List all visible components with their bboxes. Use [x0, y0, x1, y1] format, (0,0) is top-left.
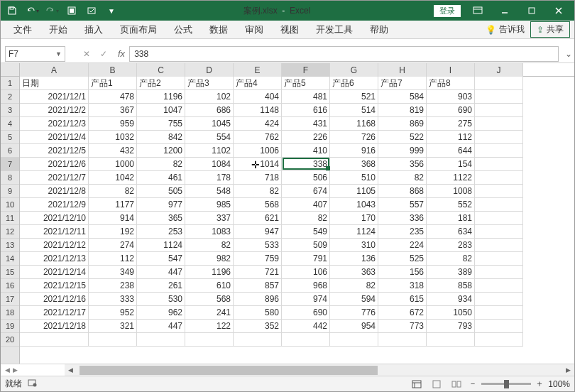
cell[interactable]: 82: [137, 158, 185, 171]
cell[interactable]: 1008: [427, 185, 475, 198]
cell[interactable]: 868: [378, 185, 427, 198]
row-header[interactable]: 17: [1, 293, 19, 306]
cell[interactable]: 82: [185, 239, 234, 252]
cell[interactable]: 2021/12/7: [20, 171, 89, 185]
cell[interactable]: [475, 104, 523, 117]
row-header[interactable]: 14: [1, 252, 19, 266]
qat-dropdown-icon[interactable]: ▼: [103, 3, 120, 18]
cell[interactable]: 102: [185, 90, 234, 104]
col-header[interactable]: A: [20, 63, 89, 77]
cell[interactable]: [475, 306, 523, 320]
cell[interactable]: 352: [234, 320, 282, 333]
cells-area[interactable]: ✛ 日期产品1产品2产品3产品4产品5产品6产品7产品82021/12/1478…: [20, 77, 574, 364]
cell[interactable]: 842: [137, 131, 185, 144]
cell[interactable]: 363: [330, 266, 378, 279]
cell[interactable]: 338: [282, 158, 330, 171]
cell[interactable]: 170: [330, 212, 378, 225]
ribbon-tab-5[interactable]: 数据: [201, 21, 236, 39]
cell[interactable]: 82: [282, 212, 330, 225]
cell[interactable]: [475, 77, 523, 90]
cell[interactable]: 238: [89, 279, 137, 293]
cell[interactable]: 549: [282, 225, 330, 239]
cell[interactable]: 112: [89, 252, 137, 266]
cell[interactable]: 产品5: [282, 77, 330, 90]
ribbon-tab-7[interactable]: 视图: [272, 21, 307, 39]
cell[interactable]: 959: [89, 117, 137, 131]
row-header[interactable]: 7: [1, 158, 19, 171]
cell[interactable]: 404: [234, 90, 282, 104]
cell[interactable]: [475, 158, 523, 171]
col-header[interactable]: B: [89, 63, 137, 77]
col-header[interactable]: H: [378, 63, 427, 77]
row-header[interactable]: 16: [1, 279, 19, 293]
cell[interactable]: 1124: [330, 225, 378, 239]
cell[interactable]: 349: [89, 266, 137, 279]
select-all-corner[interactable]: [1, 63, 19, 77]
cell[interactable]: 1148: [234, 104, 282, 117]
cell[interactable]: [475, 266, 523, 279]
cell[interactable]: 产品7: [378, 77, 427, 90]
cell[interactable]: 686: [185, 104, 234, 117]
cell[interactable]: 2021/12/2: [20, 104, 89, 117]
row-header[interactable]: 9: [1, 185, 19, 198]
ribbon-tab-3[interactable]: 页面布局: [111, 21, 165, 39]
cell[interactable]: 1102: [185, 144, 234, 158]
cell[interactable]: [475, 117, 523, 131]
cell[interactable]: 261: [137, 279, 185, 293]
cell[interactable]: 2021/12/18: [20, 320, 89, 333]
cell[interactable]: 产品2: [137, 77, 185, 90]
cell[interactable]: [475, 131, 523, 144]
scroll-left-icon[interactable]: ◀: [65, 364, 77, 376]
cell[interactable]: 82: [427, 252, 475, 266]
cell[interactable]: 2021/12/11: [20, 225, 89, 239]
cell[interactable]: 461: [137, 171, 185, 185]
enter-icon[interactable]: ✓: [97, 47, 111, 61]
cell[interactable]: [378, 333, 427, 347]
ribbon-tab-1[interactable]: 开始: [40, 21, 76, 39]
row-header[interactable]: 20: [1, 333, 19, 347]
cancel-icon[interactable]: ✕: [80, 47, 94, 61]
cell[interactable]: 82: [378, 171, 427, 185]
row-header[interactable]: 1: [1, 77, 19, 90]
cell[interactable]: 521: [330, 90, 378, 104]
cell[interactable]: 530: [137, 293, 185, 306]
cell[interactable]: 857: [234, 279, 282, 293]
cell[interactable]: 755: [137, 117, 185, 131]
cell[interactable]: 514: [330, 104, 378, 117]
row-header[interactable]: 8: [1, 171, 19, 185]
cell[interactable]: 954: [330, 320, 378, 333]
qat-custom1-icon[interactable]: [63, 3, 80, 18]
zoom-in-icon[interactable]: ＋: [535, 378, 544, 390]
row-header[interactable]: 12: [1, 225, 19, 239]
cell[interactable]: 776: [330, 306, 378, 320]
cell[interactable]: [475, 225, 523, 239]
cell[interactable]: 82: [234, 185, 282, 198]
cell[interactable]: 1042: [89, 171, 137, 185]
cell[interactable]: 2021/12/1: [20, 90, 89, 104]
cell[interactable]: [475, 239, 523, 252]
login-button[interactable]: 登录: [434, 5, 461, 17]
cell[interactable]: 568: [234, 198, 282, 212]
cell[interactable]: 773: [378, 320, 427, 333]
cell[interactable]: [20, 333, 89, 347]
cell[interactable]: 554: [185, 131, 234, 144]
col-header[interactable]: J: [475, 63, 523, 77]
cell[interactable]: 2021/12/14: [20, 266, 89, 279]
formula-input[interactable]: 338: [129, 46, 559, 62]
cell[interactable]: 634: [427, 225, 475, 239]
cell[interactable]: [475, 279, 523, 293]
cell[interactable]: 985: [185, 198, 234, 212]
cell[interactable]: [475, 171, 523, 185]
cell[interactable]: 1196: [137, 90, 185, 104]
cell[interactable]: [475, 320, 523, 333]
cell[interactable]: 253: [137, 225, 185, 239]
cell[interactable]: 333: [89, 293, 137, 306]
cell[interactable]: 136: [330, 252, 378, 266]
save-icon[interactable]: [4, 3, 21, 18]
expand-formula-icon[interactable]: ⌄: [563, 49, 574, 59]
cell[interactable]: 产品8: [427, 77, 475, 90]
cell[interactable]: 1000: [89, 158, 137, 171]
cell[interactable]: 690: [282, 306, 330, 320]
cell[interactable]: 365: [137, 212, 185, 225]
sheet-tab-nav[interactable]: ◀ ▶: [1, 364, 65, 376]
